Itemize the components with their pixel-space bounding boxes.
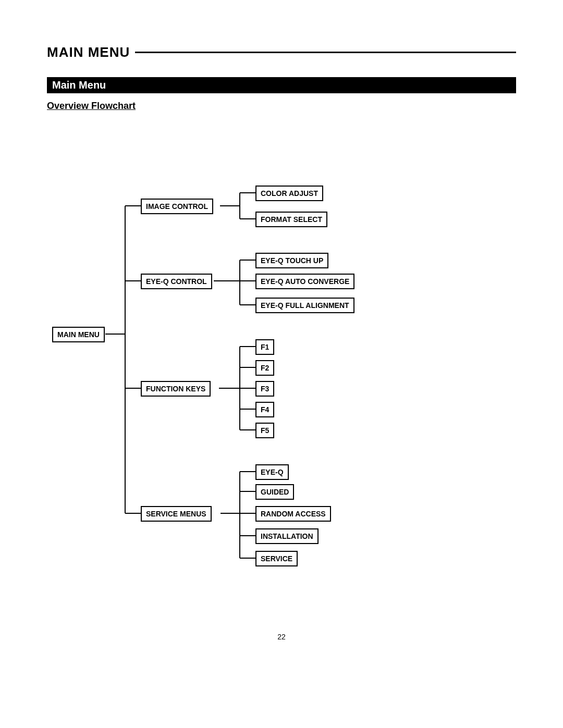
page-title: MAIN MENU (47, 44, 130, 60)
node-eyeq-fullalign: EYE-Q FULL ALIGNMENT (255, 298, 354, 313)
section-bar: Main Menu (47, 77, 516, 93)
node-f5: F5 (255, 423, 274, 438)
node-color-adjust: COLOR ADJUST (255, 186, 323, 201)
node-main-menu: MAIN MENU (52, 327, 105, 342)
node-function-keys: FUNCTION KEYS (141, 381, 211, 397)
subhead: Overview Flowchart (47, 101, 516, 112)
flowchart: MAIN MENU IMAGE CONTROL COLOR ADJUST FOR… (47, 128, 516, 597)
node-sm-service: SERVICE (255, 551, 298, 566)
node-f3: F3 (255, 381, 274, 397)
node-eyeq-touchup: EYE-Q TOUCH UP (255, 253, 328, 268)
node-f2: F2 (255, 360, 274, 376)
node-sm-install: INSTALLATION (255, 528, 319, 544)
node-sm-random: RANDOM ACCESS (255, 506, 331, 522)
page-number: 22 (47, 633, 516, 641)
node-sm-eyeq: EYE-Q (255, 464, 289, 480)
title-rule (135, 52, 516, 53)
node-eyeq-autoconverge: EYE-Q AUTO CONVERGE (255, 274, 354, 289)
node-image-control: IMAGE CONTROL (141, 199, 213, 214)
node-sm-guided: GUIDED (255, 484, 294, 500)
node-f4: F4 (255, 402, 274, 417)
node-eyeq-control: EYE-Q CONTROL (141, 274, 212, 289)
node-f1: F1 (255, 339, 274, 355)
page-title-row: MAIN MENU (47, 44, 516, 60)
node-service-menus: SERVICE MENUS (141, 506, 212, 522)
node-format-select: FORMAT SELECT (255, 212, 327, 227)
